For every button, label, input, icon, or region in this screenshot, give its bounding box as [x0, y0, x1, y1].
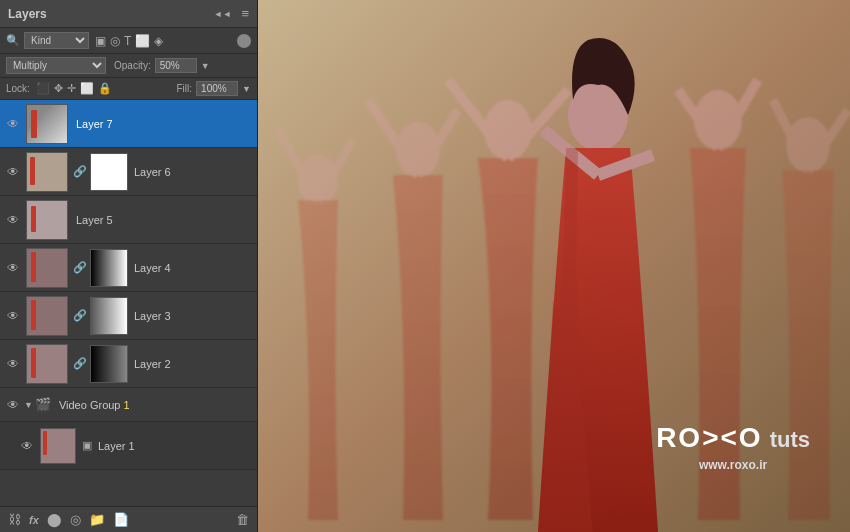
visibility-icon[interactable]: 👁	[4, 309, 22, 323]
visibility-icon[interactable]: 👁	[4, 117, 22, 131]
search-icon: 🔍	[6, 34, 20, 47]
layer-row[interactable]: 👁 Layer 5	[0, 196, 257, 244]
opacity-arrow[interactable]: ▼	[201, 61, 210, 71]
filter-icons: ▣ ◎ T ⬜ ◈	[95, 34, 163, 48]
fill-input[interactable]	[196, 81, 238, 96]
new-layer-icon[interactable]: 📄	[113, 512, 129, 527]
opacity-input[interactable]	[155, 58, 197, 73]
filter-kind-select[interactable]: Kind	[24, 32, 89, 49]
layer-name: Layer 4	[134, 262, 171, 274]
lock-row: Lock: ⬛ ✥ ✛ ⬜ 🔒 Fill: ▼	[0, 78, 257, 100]
watermark-brand: RO><O tuts	[656, 422, 810, 454]
watermark-tuts: tuts	[770, 427, 810, 452]
canvas-area: RO><O tuts www.roxo.ir	[258, 0, 850, 532]
fill-arrow[interactable]: ▼	[242, 84, 251, 94]
link-icon[interactable]: ⛓	[8, 512, 21, 527]
layer-row[interactable]: 👁 🔗 Layer 2	[0, 340, 257, 388]
blend-mode-row: Multiply Opacity: ▼	[0, 54, 257, 78]
layer-mask-thumbnail	[90, 297, 128, 335]
filter-toggle[interactable]	[237, 34, 251, 48]
style-icon[interactable]: ◎	[70, 512, 81, 527]
smart-filter-icon[interactable]: ◈	[154, 34, 163, 48]
filter-row: 🔍 Kind ▣ ◎ T ⬜ ◈	[0, 28, 257, 54]
layer-name: Layer 5	[76, 214, 113, 226]
watermark: RO><O tuts www.roxo.ir	[656, 422, 810, 472]
layer-row[interactable]: 👁 🔗 Layer 4	[0, 244, 257, 292]
video-group-row[interactable]: 👁 ▼ 🎬 Video Group 1	[0, 388, 257, 422]
delete-icon[interactable]: 🗑	[236, 512, 249, 527]
panel-menu-icon[interactable]: ≡	[241, 6, 249, 21]
layer-thumbnail	[26, 344, 68, 384]
layer-name: Layer 6	[134, 166, 171, 178]
fill-label: Fill:	[177, 83, 193, 94]
visibility-icon[interactable]: 👁	[4, 261, 22, 275]
video-group-icon: 🎬	[35, 397, 51, 412]
layer-name: Layer 2	[134, 358, 171, 370]
visibility-icon[interactable]: 👁	[4, 398, 22, 412]
layer-mask-thumbnail	[90, 153, 128, 191]
collapse-icon[interactable]: ◄◄	[214, 9, 232, 19]
layer-thumbnail	[26, 248, 68, 288]
layer-thumbnail	[26, 296, 68, 336]
visibility-icon[interactable]: 👁	[4, 165, 22, 179]
layer-row[interactable]: 👁 Layer 7	[0, 100, 257, 148]
video-layer-icon: ▣	[82, 439, 92, 452]
video-group-name: Video Group 1	[59, 399, 130, 411]
layer-mask-thumbnail	[90, 345, 128, 383]
layer-thumbnail	[40, 428, 76, 464]
shape-filter-icon[interactable]: ⬜	[135, 34, 150, 48]
layer-thumbnail	[26, 152, 68, 192]
lock-position-icon[interactable]: ✛	[67, 82, 76, 95]
lock-transparent-icon[interactable]: ⬛	[36, 82, 50, 95]
chain-icon: 🔗	[73, 357, 87, 370]
new-group-icon[interactable]: 📁	[89, 512, 105, 527]
panel-header-icons: ◄◄ ≡	[214, 6, 249, 21]
layers-panel: Layers ◄◄ ≡ 🔍 Kind ▣ ◎ T ⬜ ◈ Multiply Op…	[0, 0, 258, 532]
type-filter-icon[interactable]: T	[124, 34, 131, 48]
visibility-icon[interactable]: 👁	[4, 357, 22, 371]
layer-thumbnail	[26, 200, 68, 240]
adjustment-filter-icon[interactable]: ◎	[110, 34, 120, 48]
lock-artboard-icon[interactable]: ⬜	[80, 82, 94, 95]
layer-row[interactable]: 👁 ▣ Layer 1	[0, 422, 257, 470]
panel-title: Layers	[8, 7, 47, 21]
layers-list: 👁 Layer 7 👁 🔗 Layer 6 👁 Layer 5 👁 🔗	[0, 100, 257, 506]
chain-icon: 🔗	[73, 261, 87, 274]
layer-mask-thumbnail	[90, 249, 128, 287]
layer-row[interactable]: 👁 🔗 Layer 6	[0, 148, 257, 196]
panel-footer: ⛓ fx ⬤ ◎ 📁 📄 🗑	[0, 506, 257, 532]
blend-mode-select[interactable]: Multiply	[6, 57, 106, 74]
opacity-label: Opacity:	[114, 60, 151, 71]
panel-header: Layers ◄◄ ≡	[0, 0, 257, 28]
layer-name: Layer 1	[98, 440, 135, 452]
pixel-filter-icon[interactable]: ▣	[95, 34, 106, 48]
visibility-icon[interactable]: 👁	[4, 213, 22, 227]
fx-icon[interactable]: fx	[29, 514, 39, 526]
layer-name: Layer 7	[76, 118, 113, 130]
chain-icon: 🔗	[73, 165, 87, 178]
chain-icon: 🔗	[73, 309, 87, 322]
layer-row[interactable]: 👁 🔗 Layer 3	[0, 292, 257, 340]
watermark-url: www.roxo.ir	[656, 458, 810, 472]
collapse-arrow[interactable]: ▼	[24, 400, 33, 410]
visibility-icon[interactable]: 👁	[18, 439, 36, 453]
lock-image-icon[interactable]: ✥	[54, 82, 63, 95]
layer-thumbnail	[26, 104, 68, 144]
lock-label: Lock:	[6, 83, 30, 94]
lock-all-icon[interactable]: 🔒	[98, 82, 112, 95]
layer-name: Layer 3	[134, 310, 171, 322]
adjustment-icon[interactable]: ⬤	[47, 512, 62, 527]
